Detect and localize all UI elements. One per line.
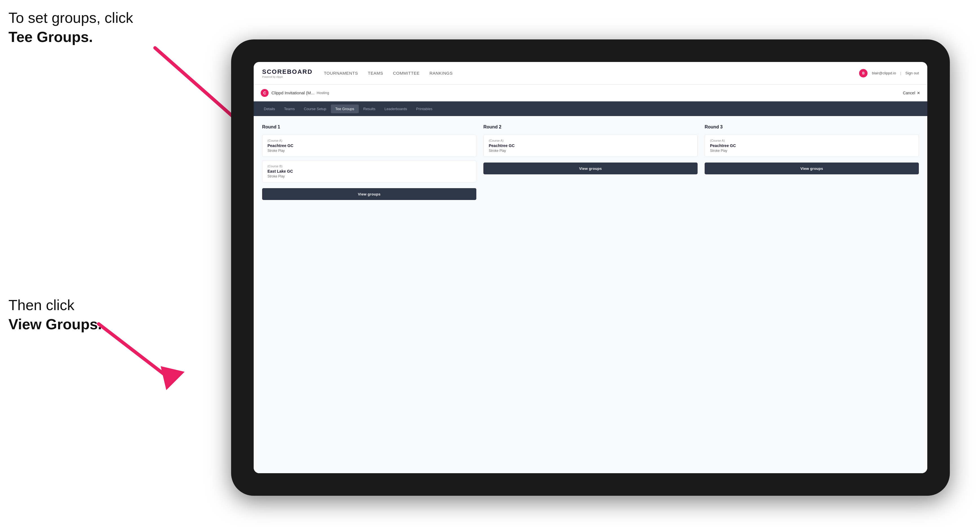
- round-1-course-b-label: (Course B): [267, 165, 471, 168]
- separator: |: [900, 71, 901, 75]
- round-3-column: Round 3 (Course A) Peachtree GC Stroke P…: [705, 124, 919, 200]
- user-email: blair@clippd.io: [872, 71, 896, 75]
- user-avatar: B: [859, 69, 867, 78]
- tab-tee-groups[interactable]: Tee Groups: [331, 105, 359, 113]
- cancel-x-icon: ✕: [917, 91, 920, 95]
- round-1-course-a-format: Stroke Play: [267, 149, 471, 153]
- round-1-course-a-card: (Course A) Peachtree GC Stroke Play: [262, 135, 476, 157]
- logo-scoreboard: SCOREBOARD: [262, 68, 313, 76]
- logo-powered: Powered by clippit: [262, 76, 313, 78]
- tablet-shell: SCOREBOARD Powered by clippit TOURNAMENT…: [231, 40, 950, 496]
- tab-course-setup[interactable]: Course Setup: [299, 105, 331, 113]
- nav-committee[interactable]: COMMITTEE: [393, 71, 420, 76]
- round-2-course-a-name: Peachtree GC: [489, 143, 692, 148]
- nav-tournaments[interactable]: TOURNAMENTS: [324, 71, 358, 76]
- round-1-view-groups-button[interactable]: View groups: [262, 188, 476, 200]
- round-3-course-a-label: (Course A): [710, 139, 913, 142]
- instruction-top-line1: To set groups, click: [8, 10, 133, 26]
- nav-teams[interactable]: TEAMS: [368, 71, 383, 76]
- round-1-course-b-format: Stroke Play: [267, 175, 471, 178]
- round-2-column: Round 2 (Course A) Peachtree GC Stroke P…: [484, 124, 698, 200]
- tab-teams[interactable]: Teams: [280, 105, 299, 113]
- top-nav: SCOREBOARD Powered by clippit TOURNAMENT…: [254, 62, 927, 84]
- nav-links: TOURNAMENTS TEAMS COMMITTEE RANKINGS: [324, 71, 859, 76]
- round-2-course-a-format: Stroke Play: [489, 149, 692, 153]
- tournament-status: Hosting: [317, 91, 329, 95]
- round-3-course-a-name: Peachtree GC: [710, 143, 913, 148]
- logo-area: SCOREBOARD Powered by clippit: [262, 68, 313, 78]
- round-2-course-a-card: (Course A) Peachtree GC Stroke Play: [484, 135, 698, 157]
- round-2-view-groups-button[interactable]: View groups: [484, 162, 698, 175]
- round-1-course-b-name: East Lake GC: [267, 169, 471, 173]
- round-1-column: Round 1 (Course A) Peachtree GC Stroke P…: [262, 124, 476, 200]
- round-2-course-a-label: (Course A): [489, 139, 692, 142]
- round-3-course-a-format: Stroke Play: [710, 149, 913, 153]
- tablet-screen: SCOREBOARD Powered by clippit TOURNAMENT…: [254, 62, 927, 473]
- sign-out-link[interactable]: Sign out: [905, 71, 919, 75]
- nav-right: B blair@clippd.io | Sign out: [859, 69, 919, 78]
- instruction-bottom-line1: Then click: [8, 297, 75, 313]
- round-3-course-a-card: (Course A) Peachtree GC Stroke Play: [705, 135, 919, 157]
- tournament-logo: C: [261, 89, 269, 97]
- tab-details[interactable]: Details: [259, 105, 280, 113]
- round-1-course-a-name: Peachtree GC: [267, 143, 471, 148]
- round-1-course-a-label: (Course A): [267, 139, 471, 142]
- main-content: Round 1 (Course A) Peachtree GC Stroke P…: [254, 116, 927, 473]
- instruction-bottom: Then click View Groups.: [8, 296, 102, 334]
- round-1-course-b-card: (Course B) East Lake GC Stroke Play: [262, 160, 476, 183]
- round-2-title: Round 2: [484, 124, 698, 130]
- tab-printables[interactable]: Printables: [412, 105, 437, 113]
- round-1-title: Round 1: [262, 124, 476, 130]
- instruction-bottom-bold: View Groups.: [8, 316, 102, 332]
- tab-leaderboards[interactable]: Leaderboards: [380, 105, 412, 113]
- instruction-top-bold: Tee Groups.: [8, 29, 93, 45]
- cancel-button[interactable]: Cancel ✕: [903, 91, 920, 95]
- round-3-title: Round 3: [705, 124, 919, 130]
- svg-marker-3: [161, 366, 185, 390]
- tournament-name: Clippd Invitational (M...: [271, 90, 315, 95]
- instruction-top: To set groups, click Tee Groups.: [8, 8, 133, 46]
- rounds-container: Round 1 (Course A) Peachtree GC Stroke P…: [262, 124, 919, 200]
- nav-rankings[interactable]: RANKINGS: [430, 71, 453, 76]
- tournament-header: C Clippd Invitational (M... Hosting Canc…: [254, 84, 927, 102]
- sub-nav: Details Teams Course Setup Tee Groups Re…: [254, 102, 927, 116]
- svg-line-2: [99, 324, 172, 380]
- tab-results[interactable]: Results: [359, 105, 380, 113]
- round-3-view-groups-button[interactable]: View groups: [705, 162, 919, 175]
